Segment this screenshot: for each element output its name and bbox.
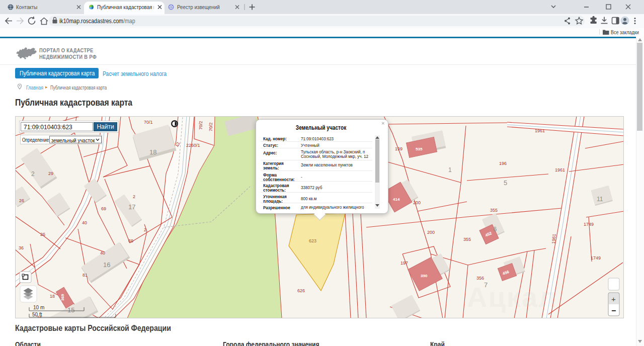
svg-text:29: 29 <box>48 171 53 176</box>
svg-text:Ацкал: Ацкал <box>467 281 557 313</box>
svg-text:10 m: 10 m <box>33 305 44 310</box>
svg-text:200: 200 <box>413 200 421 205</box>
svg-text:2260/1: 2260/1 <box>186 143 200 148</box>
svg-text:369: 369 <box>60 294 65 301</box>
svg-text:6: 6 <box>493 225 497 233</box>
svg-text:1: 1 <box>448 166 452 174</box>
svg-text:390: 390 <box>421 274 428 278</box>
svg-text:2: 2 <box>31 170 35 178</box>
svg-text:5: 5 <box>504 179 507 187</box>
svg-text:1961: 1961 <box>555 167 565 172</box>
svg-text:197: 197 <box>400 261 408 266</box>
svg-text:199: 199 <box>395 146 403 151</box>
svg-text:70/1: 70/1 <box>144 120 153 125</box>
svg-text:1749: 1749 <box>584 222 594 227</box>
svg-text:81: 81 <box>83 273 88 278</box>
svg-text:1961: 1961 <box>535 128 545 133</box>
svg-text:69: 69 <box>128 238 133 243</box>
svg-text:17: 17 <box>128 203 135 211</box>
svg-text:36: 36 <box>19 245 24 250</box>
svg-text:40: 40 <box>82 220 87 225</box>
svg-text:69: 69 <box>101 206 106 211</box>
svg-text:2: 2 <box>144 227 146 232</box>
svg-text:626: 626 <box>297 288 305 293</box>
svg-text:−: − <box>611 306 616 315</box>
svg-text:623: 623 <box>309 238 316 243</box>
svg-text:200: 200 <box>427 230 435 235</box>
svg-text:18: 18 <box>149 148 156 156</box>
svg-text:70/2: 70/2 <box>198 121 203 130</box>
svg-text:11: 11 <box>597 196 603 203</box>
svg-text:196: 196 <box>499 161 507 166</box>
svg-text:+: + <box>611 295 616 303</box>
svg-text:355: 355 <box>463 237 471 242</box>
svg-text:26: 26 <box>40 232 45 237</box>
svg-text:50 ft: 50 ft <box>32 312 42 317</box>
svg-text:1961: 1961 <box>551 233 557 244</box>
svg-text:40: 40 <box>100 250 105 255</box>
svg-text:26: 26 <box>19 198 24 203</box>
svg-text:16: 16 <box>103 261 110 269</box>
svg-text:2: 2 <box>133 194 135 199</box>
svg-text:414: 414 <box>393 197 400 202</box>
svg-text:18: 18 <box>50 294 55 299</box>
svg-text:356: 356 <box>476 276 484 281</box>
svg-text:1749: 1749 <box>591 255 601 261</box>
svg-text:70/2: 70/2 <box>208 122 213 131</box>
svg-text:15: 15 <box>67 306 74 314</box>
svg-text:535: 535 <box>416 147 423 151</box>
svg-text:355: 355 <box>490 208 498 213</box>
